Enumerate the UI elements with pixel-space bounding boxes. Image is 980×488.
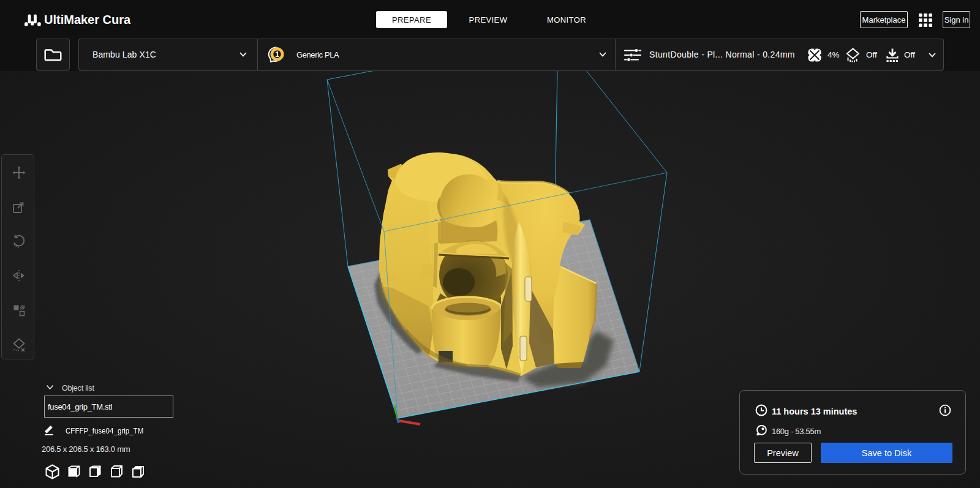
svg-text:1: 1 bbox=[275, 50, 279, 59]
